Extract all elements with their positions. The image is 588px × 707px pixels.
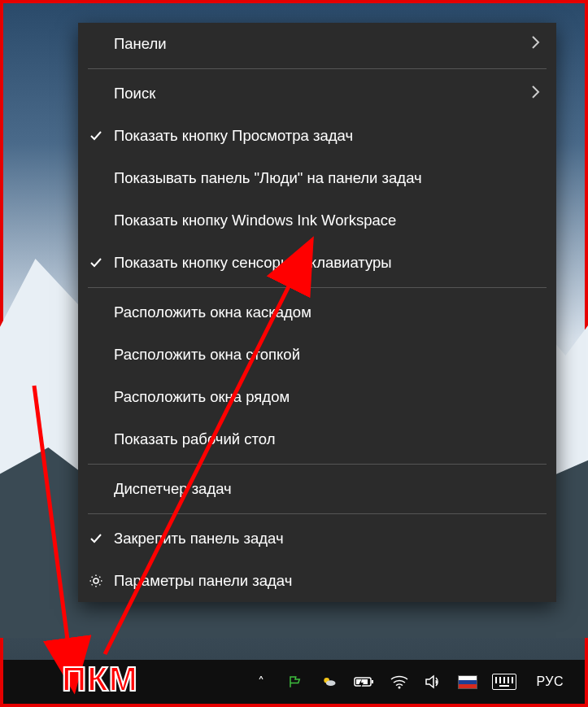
action-center-flag-icon[interactable] — [285, 660, 305, 704]
menu-item-label: Панели — [114, 35, 520, 53]
taskbar-context-menu: Панели Поиск Показать кнопку Просмотра з… — [78, 23, 556, 602]
menu-item-label: Диспетчер задач — [114, 480, 540, 498]
menu-item-label: Показать рабочий стол — [114, 430, 540, 448]
menu-item-task-manager[interactable]: Диспетчер задач — [78, 468, 556, 510]
menu-item-cascade[interactable]: Расположить окна каскадом — [78, 291, 556, 334]
menu-item-show-desktop[interactable]: Показать рабочий стол — [78, 418, 556, 460]
menu-item-label: Параметры панели задач — [114, 572, 540, 590]
menu-separator — [88, 464, 547, 465]
menu-item-label: Показать кнопку Windows Ink Workspace — [114, 212, 540, 229]
menu-item-label: Расположить окна стопкой — [114, 346, 540, 364]
menu-item-taskbar-settings[interactable]: Параметры панели задач — [78, 560, 556, 602]
menu-item-lock-taskbar[interactable]: Закрепить панель задач — [78, 517, 556, 560]
menu-item-touch-keyboard[interactable]: Показать кнопку сенсорной клавиатуры — [78, 242, 556, 284]
menu-item-panels[interactable]: Панели — [78, 23, 556, 65]
check-icon — [78, 532, 114, 545]
weather-icon[interactable] — [320, 660, 339, 704]
check-icon — [78, 129, 114, 142]
chevron-right-icon — [520, 36, 540, 53]
menu-item-label: Поиск — [114, 85, 520, 103]
svg-rect-3 — [372, 680, 373, 683]
menu-item-ink-workspace[interactable]: Показать кнопку Windows Ink Workspace — [78, 199, 556, 242]
menu-item-people[interactable]: Показывать панель "Люди" на панели задач — [78, 157, 556, 199]
input-language-flag-icon[interactable] — [458, 660, 477, 704]
menu-item-task-view[interactable]: Показать кнопку Просмотра задач — [78, 115, 556, 157]
system-tray: ˄ РУС — [251, 660, 575, 704]
gear-icon — [78, 574, 114, 588]
menu-separator — [88, 513, 547, 514]
menu-separator — [88, 287, 547, 288]
on-screen-keyboard-icon[interactable] — [492, 660, 516, 704]
menu-item-label: Закрепить панель задач — [114, 530, 540, 548]
menu-item-label: Показать кнопку Просмотра задач — [114, 127, 540, 145]
svg-point-5 — [399, 687, 401, 689]
annotation-label: ПКМ — [62, 660, 138, 699]
menu-item-stack[interactable]: Расположить окна стопкой — [78, 334, 556, 376]
check-icon — [78, 256, 114, 269]
menu-item-label: Расположить окна рядом — [114, 388, 540, 406]
tray-overflow-icon[interactable]: ˄ — [251, 660, 271, 704]
menu-item-side-by-side[interactable]: Расположить окна рядом — [78, 376, 556, 418]
volume-icon[interactable] — [424, 660, 443, 704]
battery-icon[interactable] — [354, 660, 375, 704]
svg-point-1 — [326, 680, 336, 686]
menu-item-label: Показать кнопку сенсорной клавиатуры — [114, 254, 540, 272]
wifi-icon[interactable] — [390, 660, 409, 704]
menu-item-label: Показывать панель "Люди" на панели задач — [114, 169, 540, 187]
chevron-right-icon — [520, 85, 540, 103]
menu-separator — [88, 68, 547, 69]
menu-item-search[interactable]: Поиск — [78, 72, 556, 115]
input-language-indicator[interactable]: РУС — [531, 660, 568, 704]
menu-item-label: Расположить окна каскадом — [114, 303, 540, 321]
